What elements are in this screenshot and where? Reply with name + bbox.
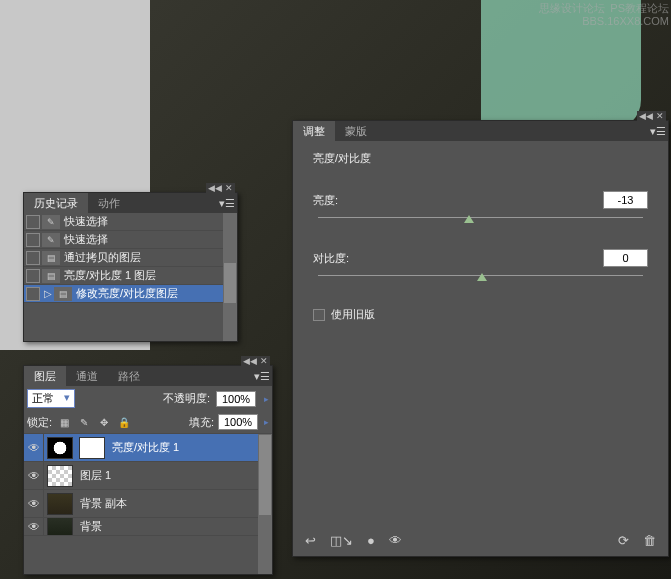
panel-menu-icon[interactable]: ▾☰ bbox=[650, 125, 666, 138]
tab-actions[interactable]: 动作 bbox=[88, 193, 130, 213]
contrast-slider[interactable] bbox=[313, 275, 648, 287]
layers-panel: ◀◀ ✕ 图层 通道 路径 ▾☰ 正常 不透明度: 100% ▸ 锁定: ▦ ✎… bbox=[23, 365, 273, 575]
scrollbar[interactable] bbox=[258, 434, 272, 574]
lock-position-icon[interactable]: ✥ bbox=[96, 415, 112, 429]
fill-input[interactable]: 100% bbox=[218, 414, 258, 430]
scrollbar[interactable] bbox=[223, 213, 237, 341]
history-item[interactable]: ✎ 快速选择 bbox=[24, 231, 237, 249]
history-item[interactable]: ▤ 通过拷贝的图层 bbox=[24, 249, 237, 267]
history-snapshot-icon[interactable] bbox=[26, 251, 40, 265]
chevron-right-icon[interactable]: ▸ bbox=[262, 394, 269, 404]
brush-icon: ✎ bbox=[42, 215, 60, 229]
layer-row[interactable]: 👁 亮度/对比度 1 bbox=[24, 434, 272, 462]
layer-row[interactable]: 👁 背景 副本 bbox=[24, 490, 272, 518]
history-item[interactable]: ▷ ▤ 修改亮度/对比度图层 bbox=[24, 285, 237, 303]
blend-mode-select[interactable]: 正常 bbox=[27, 389, 75, 408]
layer-row[interactable]: 👁 背景 bbox=[24, 518, 272, 536]
eye-icon[interactable]: 👁 bbox=[24, 490, 44, 517]
layer-icon: ▤ bbox=[42, 251, 60, 265]
history-panel: ◀◀ ✕ 历史记录 动作 ▾☰ ✎ 快速选择 ✎ 快速选择 ▤ 通过拷贝的图层 … bbox=[23, 192, 238, 342]
tab-masks[interactable]: 蒙版 bbox=[335, 121, 377, 141]
eye-icon[interactable]: 👁 bbox=[24, 462, 44, 489]
tab-channels[interactable]: 通道 bbox=[66, 366, 108, 386]
panel-menu-icon[interactable]: ▾☰ bbox=[254, 370, 270, 383]
chevron-right-icon[interactable]: ▸ bbox=[262, 417, 269, 427]
history-snapshot-icon[interactable] bbox=[26, 215, 40, 229]
layer-icon: ▤ bbox=[54, 287, 72, 301]
panel-collapse-icon[interactable]: ◀◀ ✕ bbox=[637, 111, 666, 121]
adjustment-title: 亮度/对比度 bbox=[313, 151, 648, 166]
contrast-input[interactable] bbox=[603, 249, 648, 267]
layer-thumbnail[interactable] bbox=[47, 465, 73, 487]
history-snapshot-icon[interactable] bbox=[26, 269, 40, 283]
panel-menu-icon[interactable]: ▾☰ bbox=[219, 197, 235, 210]
legacy-label: 使用旧版 bbox=[331, 307, 375, 322]
clip-icon[interactable]: ◫↘ bbox=[330, 533, 353, 548]
layer-row[interactable]: 👁 图层 1 bbox=[24, 462, 272, 490]
layer-icon: ▤ bbox=[42, 269, 60, 283]
layer-thumbnail[interactable] bbox=[47, 437, 73, 459]
brightness-label: 亮度: bbox=[313, 193, 603, 208]
history-snapshot-icon[interactable] bbox=[26, 287, 40, 301]
history-item[interactable]: ▤ 亮度/对比度 1 图层 bbox=[24, 267, 237, 285]
contrast-label: 对比度: bbox=[313, 251, 603, 266]
brightness-slider[interactable] bbox=[313, 217, 648, 229]
eye-icon[interactable]: 👁 bbox=[24, 434, 44, 461]
lock-transparency-icon[interactable]: ▦ bbox=[56, 415, 72, 429]
brightness-input[interactable] bbox=[603, 191, 648, 209]
back-icon[interactable]: ↩ bbox=[305, 533, 316, 548]
fill-label: 填充: bbox=[189, 415, 214, 430]
history-snapshot-icon[interactable] bbox=[26, 233, 40, 247]
brush-icon: ✎ bbox=[42, 233, 60, 247]
opacity-label: 不透明度: bbox=[163, 391, 210, 406]
eye-icon[interactable]: 👁 bbox=[389, 533, 402, 548]
lock-label: 锁定: bbox=[27, 415, 52, 430]
opacity-input[interactable]: 100% bbox=[216, 391, 256, 407]
lock-all-icon[interactable]: 🔒 bbox=[116, 415, 132, 429]
layer-thumbnail[interactable] bbox=[47, 493, 73, 515]
reset-icon[interactable]: ⟳ bbox=[618, 533, 629, 548]
layer-thumbnail[interactable] bbox=[47, 518, 73, 536]
legacy-checkbox[interactable] bbox=[313, 309, 325, 321]
panel-collapse-icon[interactable]: ◀◀ ✕ bbox=[241, 356, 270, 366]
panel-collapse-icon[interactable]: ◀◀ ✕ bbox=[206, 183, 235, 193]
history-current-icon: ▷ bbox=[44, 288, 52, 299]
tab-layers[interactable]: 图层 bbox=[24, 366, 66, 386]
slider-handle-icon[interactable] bbox=[464, 215, 474, 223]
eye-icon[interactable]: 👁 bbox=[24, 518, 44, 535]
history-item[interactable]: ✎ 快速选择 bbox=[24, 213, 237, 231]
adjustments-panel: ◀◀ ✕ 调整 蒙版 ▾☰ 亮度/对比度 亮度: 对比度: 使用旧版 ↩ ◫↘ bbox=[292, 120, 669, 557]
trash-icon[interactable]: 🗑 bbox=[643, 533, 656, 548]
watermark: 思缘设计论坛 PS教程论坛 BBS.16XX8.COM bbox=[539, 2, 669, 28]
tab-adjustments[interactable]: 调整 bbox=[293, 121, 335, 141]
lock-paint-icon[interactable]: ✎ bbox=[76, 415, 92, 429]
tab-history[interactable]: 历史记录 bbox=[24, 193, 88, 213]
view-icon[interactable]: ● bbox=[367, 533, 375, 548]
mask-thumbnail[interactable] bbox=[79, 437, 105, 459]
slider-handle-icon[interactable] bbox=[477, 273, 487, 281]
tab-paths[interactable]: 路径 bbox=[108, 366, 150, 386]
